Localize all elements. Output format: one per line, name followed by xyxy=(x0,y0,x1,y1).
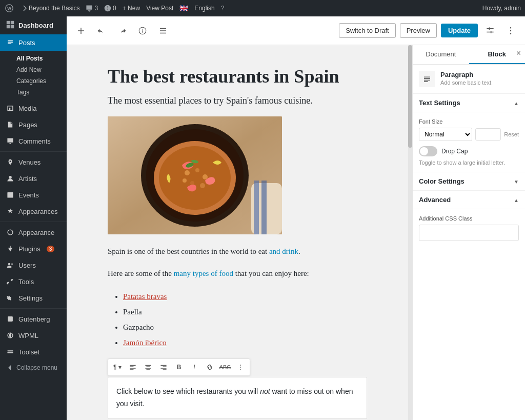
css-class-input[interactable] xyxy=(419,225,519,241)
editor-toolbar: Switch to Draft Preview Update xyxy=(67,16,525,45)
drop-cap-toggle[interactable] xyxy=(419,146,437,156)
font-size-select[interactable]: Normal Small Medium Large Huge xyxy=(419,128,472,141)
list-item-3[interactable]: Gazpacho xyxy=(123,319,367,335)
more-rich-text-button[interactable]: ⋮ xyxy=(233,360,248,374)
post-subtitle[interactable]: The most essential places to try Spain's… xyxy=(108,95,367,106)
types-link[interactable]: many types of food xyxy=(174,269,233,277)
tab-document[interactable]: Document xyxy=(413,45,469,64)
panel-tabs: Document Block × xyxy=(413,45,525,65)
new-button[interactable]: + New xyxy=(123,5,140,12)
dashboard-icon xyxy=(6,21,14,30)
sub-item-all-posts[interactable]: All Posts xyxy=(10,53,67,64)
block-inserter-button[interactable] xyxy=(73,23,89,39)
panel-close-button[interactable]: × xyxy=(516,49,521,57)
comments-count[interactable]: 3 xyxy=(86,5,98,12)
text-box-content: Click below to see which restaurants you… xyxy=(116,386,358,410)
paragraph-1[interactable]: Spain is one of the best countries in th… xyxy=(108,245,367,258)
sidebar-divider-2 xyxy=(0,222,67,222)
list-item-1[interactable]: Patatas bravas xyxy=(123,289,367,304)
wp-logo[interactable]: W xyxy=(4,3,14,13)
comments-icon xyxy=(6,137,14,145)
sidebar-item-artists[interactable]: Artists xyxy=(0,170,67,187)
align-left-button[interactable] xyxy=(126,360,140,374)
switch-draft-button[interactable]: Switch to Draft xyxy=(339,23,396,38)
reset-font-size-button[interactable]: Reset xyxy=(504,131,519,137)
post-title[interactable]: The best restaurants in Spain xyxy=(108,66,367,87)
sidebar-item-settings[interactable]: Settings xyxy=(0,290,67,306)
events-icon xyxy=(6,191,14,199)
bold-button[interactable]: B xyxy=(172,360,186,374)
appearances-icon xyxy=(6,207,14,215)
appearance-icon xyxy=(6,228,14,236)
svg-rect-3 xyxy=(11,21,14,24)
list-link-4[interactable]: Jamón ibérico xyxy=(123,338,167,347)
scrollbar-thumb[interactable] xyxy=(408,45,412,148)
svg-point-30 xyxy=(183,178,187,183)
gutenberg-icon xyxy=(6,315,14,323)
sidebar-item-wpml[interactable]: WPML xyxy=(0,327,67,344)
svg-point-26 xyxy=(195,168,199,172)
update-button[interactable]: Update xyxy=(441,24,478,37)
list-item-4[interactable]: Jamón ibérico xyxy=(123,335,367,350)
strikethrough-button[interactable]: ABC xyxy=(218,360,232,374)
link-button[interactable] xyxy=(203,360,217,374)
language-label[interactable]: English xyxy=(194,5,214,12)
redo-button[interactable] xyxy=(114,23,130,39)
sidebar-item-plugins[interactable]: Plugins 3 xyxy=(0,241,67,257)
preview-button[interactable]: Preview xyxy=(400,23,437,38)
sub-item-tags[interactable]: Tags xyxy=(10,87,67,98)
sidebar-item-venues[interactable]: Venues xyxy=(0,154,67,170)
info-button[interactable] xyxy=(134,23,151,39)
messages-count[interactable]: 0 xyxy=(104,5,116,12)
paragraph-2[interactable]: Here are some of the many types of food … xyxy=(108,267,367,281)
editor-content[interactable]: The best restaurants in Spain The most e… xyxy=(67,45,408,420)
advanced-header[interactable]: Advanced xyxy=(413,191,525,209)
sidebar-item-pages[interactable]: Pages xyxy=(0,116,67,133)
tools-icon xyxy=(6,277,14,286)
sub-item-categories[interactable]: Categories xyxy=(10,75,67,87)
sidebar-item-users[interactable]: Users xyxy=(0,257,67,273)
drop-cap-description: Toggle to show a large initial letter. xyxy=(419,159,519,166)
block-desc: Add some basic text. xyxy=(440,79,493,86)
svg-point-10 xyxy=(11,264,13,265)
more-options-button[interactable] xyxy=(502,23,519,39)
svg-point-27 xyxy=(203,174,208,179)
paragraph-style-button[interactable]: ¶ ▾ xyxy=(110,360,125,374)
italic-button[interactable]: I xyxy=(187,360,201,374)
sidebar-item-comments[interactable]: Comments xyxy=(0,133,67,149)
list-link-1[interactable]: Patatas bravas xyxy=(123,292,167,301)
list-item-2[interactable]: Paella xyxy=(123,304,367,319)
collapse-menu-button[interactable]: Collapse menu xyxy=(0,360,67,375)
sidebar-item-appearance[interactable]: Appearance xyxy=(0,224,67,241)
help-icon: ? xyxy=(221,5,225,12)
align-right-button[interactable] xyxy=(156,360,171,374)
eat-link[interactable]: and drink xyxy=(269,247,298,255)
sidebar-item-toolset[interactable]: Toolset xyxy=(0,344,67,360)
post-image[interactable] xyxy=(108,116,282,234)
food-visual xyxy=(108,116,282,234)
dashboard-item[interactable]: Dashboard xyxy=(0,16,67,34)
block-nav-button[interactable] xyxy=(155,23,171,39)
sidebar-item-tools[interactable]: Tools xyxy=(0,273,67,290)
not-text: not xyxy=(260,387,270,395)
venues-icon xyxy=(6,158,14,166)
view-post-link[interactable]: View Post xyxy=(146,5,173,12)
sidebar-item-appearances[interactable]: Appearances xyxy=(0,203,67,219)
site-name[interactable]: Beyond the Basics xyxy=(21,5,79,12)
undo-button[interactable] xyxy=(93,23,110,39)
align-center-button[interactable] xyxy=(141,360,155,374)
color-settings-header[interactable]: Color Settings xyxy=(413,172,525,191)
text-settings-header[interactable]: Text Settings xyxy=(413,94,525,112)
settings-toggle-button[interactable] xyxy=(482,23,498,39)
sidebar-item-events[interactable]: Events xyxy=(0,187,67,203)
editor-scrollbar[interactable] xyxy=(408,45,412,420)
sidebar-item-posts[interactable]: Posts xyxy=(0,34,67,51)
sidebar-item-gutenberg[interactable]: Gutenberg xyxy=(0,311,67,327)
sidebar-item-media[interactable]: Media xyxy=(0,100,67,116)
svg-point-29 xyxy=(200,183,205,188)
editor-content-wrapper: The best restaurants in Spain The most e… xyxy=(67,45,525,420)
text-box-block[interactable]: Click below to see which restaurants you… xyxy=(108,377,367,419)
sub-item-add-new[interactable]: Add New xyxy=(10,64,67,75)
toggle-knob xyxy=(420,147,428,155)
font-size-input[interactable] xyxy=(475,128,501,141)
